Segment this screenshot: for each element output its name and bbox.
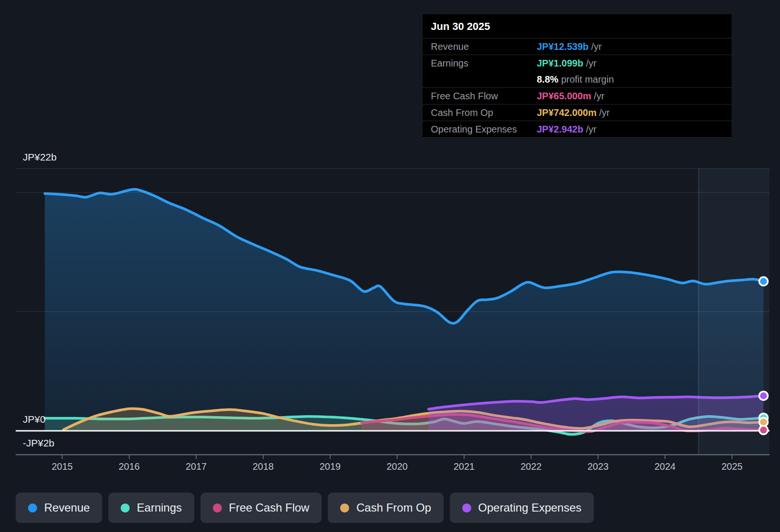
last-12-months-band [699, 169, 770, 455]
tooltip-value: JP¥65.000m [537, 91, 591, 101]
tooltip-row-profit-margin: 8.8% profit margin [423, 71, 732, 88]
tooltip-label: Revenue [431, 41, 537, 52]
x-axis-label: 2018 [253, 461, 274, 472]
tooltip-value: JP¥1.099b [537, 58, 583, 68]
legend-label: Cash From Op [356, 501, 431, 514]
legend-chip-cash-from-op[interactable]: Cash From Op [328, 493, 443, 523]
revenue-dot-icon [28, 504, 37, 513]
tooltip-unit: /yr [583, 58, 597, 68]
tooltip-value: JP¥742.000m [537, 107, 597, 118]
profit-margin-label: profit margin [559, 74, 614, 85]
tooltip-date: Jun 30 2025 [423, 14, 732, 38]
x-axis-label: 2017 [186, 461, 207, 472]
x-axis-label: 2025 [722, 461, 743, 472]
operating-expenses-dot-icon [462, 504, 471, 513]
tooltip-label: Cash From Op [431, 107, 537, 118]
legend-label: Free Cash Flow [229, 501, 309, 514]
chart-legend: Revenue Earnings Free Cash Flow Cash Fro… [16, 493, 594, 523]
tooltip-unit: /yr [583, 124, 597, 134]
legend-label: Earnings [137, 501, 182, 514]
x-axis-label: 2016 [119, 461, 140, 472]
legend-chip-earnings[interactable]: Earnings [108, 493, 194, 523]
x-axis-label: 2022 [521, 461, 542, 472]
profit-margin-value: 8.8% [537, 74, 559, 85]
tooltip-value: JP¥12.539b [537, 41, 589, 52]
revenue-area [45, 189, 763, 431]
operating-expenses-endpoint-dot [759, 391, 768, 400]
tooltip-label: Earnings [431, 58, 537, 69]
cash-from-op-dot-icon [340, 504, 349, 513]
legend-chip-operating-expenses[interactable]: Operating Expenses [450, 493, 594, 523]
legend-label: Operating Expenses [478, 501, 581, 514]
revenue-endpoint-dot [759, 277, 768, 285]
free-cash-flow-endpoint-dot [759, 426, 768, 434]
tooltip-row-cash-from-op: Cash From Op JP¥742.000m /yr [423, 104, 732, 121]
legend-chip-revenue[interactable]: Revenue [16, 493, 102, 523]
chart-tooltip: Jun 30 2025 Revenue JP¥12.539b /yr Earni… [423, 14, 732, 138]
tooltip-label: Operating Expenses [431, 124, 537, 135]
y-axis-label-zero: JP¥0 [23, 414, 46, 425]
y-axis-label-bottom: -JP¥2b [23, 437, 55, 449]
x-axis-label: 2015 [52, 461, 73, 472]
tooltip-row-earnings: Earnings JP¥1.099b /yr [423, 55, 732, 71]
tooltip-row-revenue: Revenue JP¥12.539b /yr [423, 38, 732, 55]
tooltip-unit: /yr [589, 41, 602, 52]
x-axis-label: 2021 [454, 461, 475, 472]
legend-chip-free-cash-flow[interactable]: Free Cash Flow [200, 493, 322, 523]
x-axis-label: 2020 [387, 461, 408, 472]
free-cash-flow-dot-icon [213, 504, 222, 513]
tooltip-unit: /yr [597, 107, 610, 118]
x-axis-label: 2023 [588, 461, 609, 472]
tooltip-label: Free Cash Flow [431, 91, 537, 102]
tooltip-row-free-cash-flow: Free Cash Flow JP¥65.000m /yr [423, 88, 732, 104]
legend-label: Revenue [44, 501, 90, 514]
earnings-dot-icon [121, 504, 130, 513]
x-axis-label: 2019 [320, 461, 341, 472]
tooltip-unit: /yr [591, 91, 605, 101]
tooltip-row-operating-expenses: Operating Expenses JP¥2.942b /yr [423, 121, 732, 138]
tooltip-value: JP¥2.942b [537, 124, 583, 134]
x-axis-label: 2024 [655, 461, 676, 472]
y-axis-label-top: JP¥22b [23, 152, 57, 163]
